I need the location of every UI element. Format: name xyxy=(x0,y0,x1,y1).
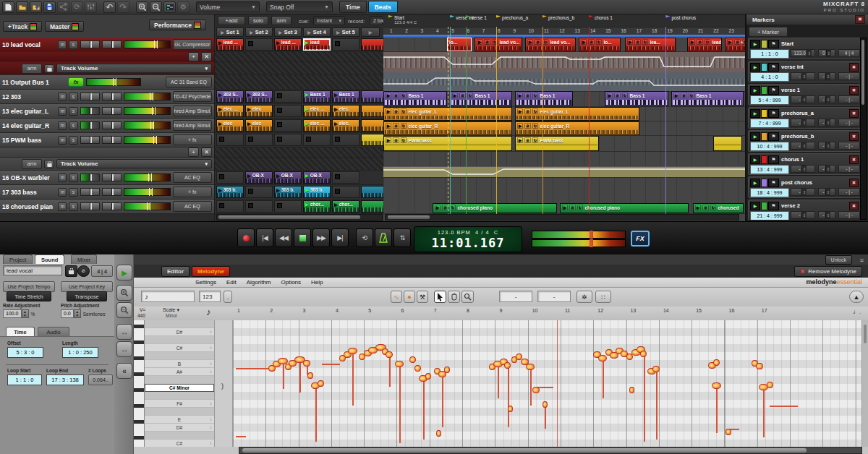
volume-slider[interactable] xyxy=(102,40,122,48)
use-project-tempo-button[interactable]: Use Project Tempo xyxy=(3,281,55,292)
pan-slider[interactable] xyxy=(80,188,100,196)
marker-play-button[interactable]: ▶ xyxy=(750,202,760,210)
set-header[interactable]: ▶Set 3 xyxy=(274,27,302,37)
time-stretch-button[interactable]: Time Stretch xyxy=(7,291,51,301)
performance-clip-partial[interactable] xyxy=(361,105,384,117)
melodyne-note[interactable] xyxy=(348,348,357,354)
rate-adjustment-stepper[interactable]: 100.0▲▼% xyxy=(3,309,35,318)
empty-clip-slot[interactable] xyxy=(245,38,273,51)
melodyne-note[interactable] xyxy=(303,360,310,367)
performance-clip-partial[interactable] xyxy=(361,134,384,146)
marker-play-button[interactable]: ▶ xyxy=(750,132,760,141)
empty-clip-slot[interactable] xyxy=(332,186,359,198)
pitch-adjustment-stepper[interactable]: 0.0▲▼Semitones xyxy=(61,309,105,318)
empty-clip-slot[interactable] xyxy=(332,38,359,51)
volume-slider[interactable] xyxy=(102,202,122,210)
marker-flag-icon[interactable] xyxy=(496,15,501,21)
performance-clip[interactable]: ▶Bass 1 xyxy=(332,90,359,103)
delete-marker-icon[interactable]: ✖ xyxy=(849,155,859,164)
arrangement-clip[interactable]: ▶⊘↻lead vo... xyxy=(475,38,522,51)
mute-button[interactable]: m xyxy=(58,93,67,101)
perf-solo-button[interactable]: solo xyxy=(248,16,268,25)
marker-meter-field[interactable]: - | - xyxy=(838,119,860,127)
scale-row[interactable] xyxy=(145,376,214,384)
performance-clip[interactable]: ▶OB-X xyxy=(274,171,302,184)
pan-slider[interactable] xyxy=(80,93,100,100)
marker-time-field[interactable]: 7 : 4 : 999 xyxy=(750,119,789,128)
set-header[interactable]: ▶Set 5 xyxy=(332,27,359,37)
delete-marker-icon[interactable]: ✖ xyxy=(849,109,859,118)
marker-key-stepper[interactable]: -⇕ xyxy=(818,165,835,173)
marker-key-stepper[interactable]: -⇕ xyxy=(818,95,835,103)
track-fx-button[interactable]: VTD-42 Psychede... xyxy=(173,91,212,102)
markers-scrollbar[interactable] xyxy=(860,38,867,220)
mixer-icon[interactable] xyxy=(85,1,97,13)
solo-button[interactable]: s xyxy=(69,136,77,145)
melodyne-ruler[interactable]: V= 440 Scale ▾ Minor ♪ ♩. 12345678910111… xyxy=(134,307,868,321)
performance-clip[interactable]: ▶elec ... xyxy=(303,119,331,132)
add-marker-button[interactable]: + Marker xyxy=(749,27,788,37)
marker-play-button[interactable]: ▶ xyxy=(750,109,760,118)
marker-time-field[interactable]: 5 : 4 : 999 xyxy=(750,95,789,105)
rewind-button[interactable]: ◀◀ xyxy=(275,228,292,247)
tab-time[interactable]: Time xyxy=(6,327,35,336)
performance-clip-partial[interactable] xyxy=(361,200,384,213)
arrangement-clip[interactable]: ▶⊘↻lead ... xyxy=(687,38,722,51)
automation-arm-button[interactable]: arm xyxy=(22,64,42,74)
share-icon[interactable] xyxy=(57,1,69,13)
add-automation-icon[interactable]: + xyxy=(188,147,199,157)
delete-marker-icon[interactable]: ✖ xyxy=(849,63,859,72)
arrangement-clip[interactable]: ▶⊘↻lead vo... xyxy=(525,38,576,51)
arrangement-clip[interactable]: ▶⊘↻lo... xyxy=(579,38,621,51)
empty-clip-slot[interactable] xyxy=(274,119,302,132)
marker-meter-field[interactable]: - | - xyxy=(838,211,860,219)
mute-button[interactable]: m xyxy=(58,136,67,145)
performance-clip[interactable]: ▶elec xyxy=(245,119,273,132)
track-row[interactable]: 14 elec guitar_RmsShred Amp Simul... xyxy=(0,119,214,133)
marker-color-swatch[interactable] xyxy=(761,179,767,187)
marker-row[interactable]: ▶⚑chorus 1✖13 : 4 : 999-⇕-⇕- | - xyxy=(748,153,861,175)
marker-time-field[interactable]: 1 : 1 : 0 xyxy=(750,49,789,59)
marker-color-swatch[interactable] xyxy=(761,86,767,95)
empty-clip-slot[interactable] xyxy=(303,134,331,146)
marker-tempo-stepper[interactable]: -⇕ xyxy=(791,211,815,219)
pan-slider[interactable] xyxy=(80,121,100,129)
fx-button[interactable]: fx xyxy=(68,77,84,87)
marker-row[interactable]: ▶⚑Start1 : 1 : 0123.0⇕0⇕4 | 4 xyxy=(748,38,861,59)
melodyne-vscrollbar[interactable] xyxy=(861,320,868,447)
marker-key-stepper[interactable]: 0⇕ xyxy=(818,49,835,57)
scale-row[interactable]: E↕ xyxy=(145,416,214,424)
melodyne-note[interactable] xyxy=(756,363,763,369)
track-row[interactable]: 13 elec guitar_LmsShred Amp Simul... xyxy=(0,104,214,119)
performance-clip[interactable]: ▶Bass 1 xyxy=(303,90,331,103)
marker-color-swatch[interactable] xyxy=(761,63,767,72)
scale-row[interactable]: D#↕ xyxy=(145,424,214,432)
record-button[interactable] xyxy=(237,228,255,247)
empty-clip-slot[interactable] xyxy=(216,171,244,184)
melodyne-note[interactable] xyxy=(409,356,416,363)
track-fx-button[interactable]: AC 31 Band EQ xyxy=(166,77,212,87)
marker-meter-field[interactable]: - | - xyxy=(838,72,860,80)
track-fx-button[interactable]: Shred Amp Simul... xyxy=(173,120,212,131)
marker-key-stepper[interactable]: -⇕ xyxy=(818,142,835,150)
h-zoom-out-button[interactable]: ↔ xyxy=(116,341,132,357)
track-row[interactable]: 16 OB-X warblermsAC EQ xyxy=(0,171,214,185)
flag-icon[interactable]: ⚑ xyxy=(768,179,779,187)
empty-clip-slot[interactable] xyxy=(274,90,302,103)
performance-clip-partial[interactable] xyxy=(361,38,384,51)
add-track-button[interactable]: +Track xyxy=(3,21,42,32)
melodyne-note[interactable] xyxy=(652,366,660,372)
correction-dropdown[interactable]: - xyxy=(499,291,532,302)
performance-clip[interactable]: ▶elec xyxy=(216,119,244,132)
pan-slider[interactable] xyxy=(80,107,100,115)
pan-slider[interactable] xyxy=(80,202,100,210)
marker-color-swatch[interactable] xyxy=(761,155,767,164)
melodyne-note[interactable] xyxy=(598,355,607,361)
marker-play-button[interactable]: ▶ xyxy=(750,86,760,95)
menu-algorithm[interactable]: Algorithm xyxy=(247,279,271,286)
performance-clip[interactable]: ▶chor... xyxy=(303,200,331,213)
solo-button[interactable]: s xyxy=(69,93,77,101)
empty-clip-slot[interactable] xyxy=(332,171,359,184)
scale-dropdown[interactable]: Scale ▾ xyxy=(163,307,179,313)
performance-clip[interactable]: ▶elec ... xyxy=(303,105,331,117)
